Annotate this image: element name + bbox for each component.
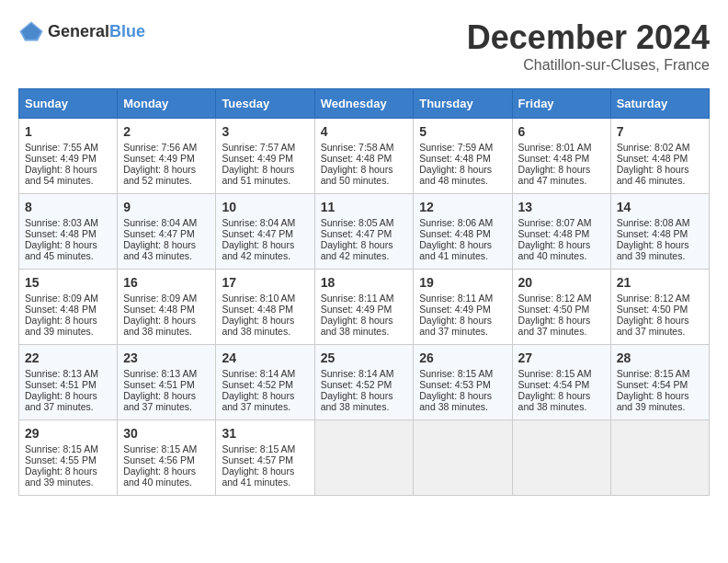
- title-block: December 2024 Chatillon-sur-Cluses, Fran…: [467, 18, 710, 74]
- sunset-text: Sunset: 4:47 PM: [222, 228, 293, 239]
- logo: GeneralBlue: [18, 18, 145, 44]
- calendar-cell: 2 Sunrise: 7:56 AM Sunset: 4:49 PM Dayli…: [118, 119, 216, 194]
- daylight-text: Daylight: 8 hours and 51 minutes.: [222, 164, 294, 186]
- daylight-text: Daylight: 8 hours and 39 minutes.: [617, 390, 689, 412]
- sunrise-text: Sunrise: 8:14 AM: [321, 368, 394, 379]
- sunrise-text: Sunrise: 8:09 AM: [123, 293, 197, 304]
- sunrise-text: Sunrise: 7:59 AM: [419, 142, 493, 153]
- daylight-text: Daylight: 8 hours and 38 minutes.: [222, 315, 294, 337]
- col-thursday: Thursday: [414, 89, 512, 119]
- sunset-text: Sunset: 4:51 PM: [25, 379, 97, 390]
- sunset-text: Sunset: 4:49 PM: [25, 153, 97, 164]
- day-number: 10: [222, 200, 308, 214]
- calendar-cell: 20 Sunrise: 8:12 AM Sunset: 4:50 PM Dayl…: [512, 270, 610, 345]
- sunset-text: Sunset: 4:52 PM: [222, 379, 293, 390]
- day-number: 14: [617, 200, 703, 214]
- day-number: 19: [419, 275, 506, 290]
- calendar-week-3: 15 Sunrise: 8:09 AM Sunset: 4:48 PM Dayl…: [19, 270, 710, 345]
- daylight-text: Daylight: 8 hours and 39 minutes.: [617, 239, 689, 261]
- day-number: 18: [321, 275, 408, 290]
- daylight-text: Daylight: 8 hours and 37 minutes.: [222, 390, 294, 412]
- logo-general: General: [48, 22, 109, 40]
- calendar-cell: 8 Sunrise: 8:03 AM Sunset: 4:48 PM Dayli…: [19, 194, 118, 270]
- sunset-text: Sunset: 4:48 PM: [25, 228, 97, 239]
- sunset-text: Sunset: 4:55 PM: [25, 454, 97, 465]
- calendar-cell: 11 Sunrise: 8:05 AM Sunset: 4:47 PM Dayl…: [314, 194, 414, 270]
- calendar-week-1: 1 Sunrise: 7:55 AM Sunset: 4:49 PM Dayli…: [19, 119, 710, 194]
- sunset-text: Sunset: 4:51 PM: [123, 379, 195, 390]
- day-number: 9: [123, 200, 210, 214]
- sunrise-text: Sunrise: 8:14 AM: [222, 368, 295, 379]
- calendar-cell: 3 Sunrise: 7:57 AM Sunset: 4:49 PM Dayli…: [216, 119, 314, 194]
- calendar-cell: 9 Sunrise: 8:04 AM Sunset: 4:47 PM Dayli…: [118, 194, 216, 270]
- sunrise-text: Sunrise: 8:15 AM: [617, 368, 690, 379]
- day-number: 12: [419, 200, 506, 214]
- sunset-text: Sunset: 4:48 PM: [25, 304, 97, 315]
- calendar-cell: 21 Sunrise: 8:12 AM Sunset: 4:50 PM Dayl…: [610, 270, 709, 345]
- daylight-text: Daylight: 8 hours and 54 minutes.: [25, 164, 97, 186]
- day-number: 3: [222, 124, 308, 139]
- daylight-text: Daylight: 8 hours and 37 minutes.: [419, 315, 492, 337]
- daylight-text: Daylight: 8 hours and 43 minutes.: [123, 239, 196, 261]
- day-number: 7: [617, 124, 703, 139]
- calendar-cell: [610, 420, 709, 496]
- day-number: 25: [321, 350, 408, 365]
- daylight-text: Daylight: 8 hours and 38 minutes.: [321, 390, 393, 412]
- daylight-text: Daylight: 8 hours and 38 minutes.: [321, 315, 393, 337]
- day-number: 21: [617, 275, 703, 290]
- calendar-cell: 25 Sunrise: 8:14 AM Sunset: 4:52 PM Dayl…: [314, 345, 414, 420]
- daylight-text: Daylight: 8 hours and 37 minutes.: [617, 315, 689, 337]
- col-friday: Friday: [512, 89, 610, 119]
- sunrise-text: Sunrise: 8:07 AM: [518, 217, 592, 228]
- daylight-text: Daylight: 8 hours and 38 minutes.: [123, 315, 196, 337]
- day-number: 11: [321, 200, 408, 214]
- sunset-text: Sunset: 4:49 PM: [419, 304, 491, 315]
- calendar-cell: 17 Sunrise: 8:10 AM Sunset: 4:48 PM Dayl…: [216, 270, 314, 345]
- day-number: 30: [123, 426, 210, 441]
- sunset-text: Sunset: 4:52 PM: [321, 379, 392, 390]
- sunrise-text: Sunrise: 8:04 AM: [123, 217, 197, 228]
- sunset-text: Sunset: 4:50 PM: [518, 304, 590, 315]
- sunset-text: Sunset: 4:48 PM: [419, 153, 491, 164]
- sunset-text: Sunset: 4:48 PM: [617, 153, 688, 164]
- day-number: 28: [617, 350, 703, 365]
- sunrise-text: Sunrise: 8:11 AM: [321, 293, 394, 304]
- calendar-cell: 12 Sunrise: 8:06 AM Sunset: 4:48 PM Dayl…: [414, 194, 512, 270]
- sunset-text: Sunset: 4:50 PM: [617, 304, 688, 315]
- logo-text: GeneralBlue: [48, 22, 145, 41]
- sunrise-text: Sunrise: 8:15 AM: [123, 443, 197, 454]
- calendar-cell: 23 Sunrise: 8:13 AM Sunset: 4:51 PM Dayl…: [118, 345, 216, 420]
- calendar-cell: [512, 420, 610, 496]
- day-number: 8: [25, 200, 111, 214]
- day-number: 13: [518, 200, 605, 214]
- sunset-text: Sunset: 4:53 PM: [419, 379, 491, 390]
- col-saturday: Saturday: [610, 89, 709, 119]
- calendar-cell: 15 Sunrise: 8:09 AM Sunset: 4:48 PM Dayl…: [19, 270, 118, 345]
- sunset-text: Sunset: 4:57 PM: [222, 454, 293, 465]
- sunrise-text: Sunrise: 8:13 AM: [123, 368, 197, 379]
- day-number: 24: [222, 350, 308, 365]
- month-title: December 2024: [467, 18, 710, 57]
- sunrise-text: Sunrise: 8:10 AM: [222, 293, 295, 304]
- sunrise-text: Sunrise: 8:12 AM: [518, 293, 592, 304]
- calendar-cell: 18 Sunrise: 8:11 AM Sunset: 4:49 PM Dayl…: [314, 270, 414, 345]
- sunset-text: Sunset: 4:49 PM: [123, 153, 195, 164]
- daylight-text: Daylight: 8 hours and 38 minutes.: [518, 390, 591, 412]
- daylight-text: Daylight: 8 hours and 47 minutes.: [518, 164, 591, 186]
- calendar-week-4: 22 Sunrise: 8:13 AM Sunset: 4:51 PM Dayl…: [19, 345, 710, 420]
- day-number: 23: [123, 350, 210, 365]
- daylight-text: Daylight: 8 hours and 52 minutes.: [123, 164, 196, 186]
- sunrise-text: Sunrise: 8:04 AM: [222, 217, 295, 228]
- calendar-cell: 27 Sunrise: 8:15 AM Sunset: 4:54 PM Dayl…: [512, 345, 610, 420]
- sunrise-text: Sunrise: 8:15 AM: [222, 443, 295, 454]
- calendar-cell: 28 Sunrise: 8:15 AM Sunset: 4:54 PM Dayl…: [610, 345, 709, 420]
- day-number: 17: [222, 275, 308, 290]
- calendar-cell: 30 Sunrise: 8:15 AM Sunset: 4:56 PM Dayl…: [118, 420, 216, 496]
- daylight-text: Daylight: 8 hours and 48 minutes.: [419, 164, 492, 186]
- daylight-text: Daylight: 8 hours and 42 minutes.: [222, 239, 294, 261]
- daylight-text: Daylight: 8 hours and 40 minutes.: [123, 465, 196, 488]
- sunrise-text: Sunrise: 8:05 AM: [321, 217, 394, 228]
- calendar-header-row: Sunday Monday Tuesday Wednesday Thursday…: [19, 89, 710, 119]
- calendar-cell: 19 Sunrise: 8:11 AM Sunset: 4:49 PM Dayl…: [414, 270, 512, 345]
- sunset-text: Sunset: 4:54 PM: [617, 379, 688, 390]
